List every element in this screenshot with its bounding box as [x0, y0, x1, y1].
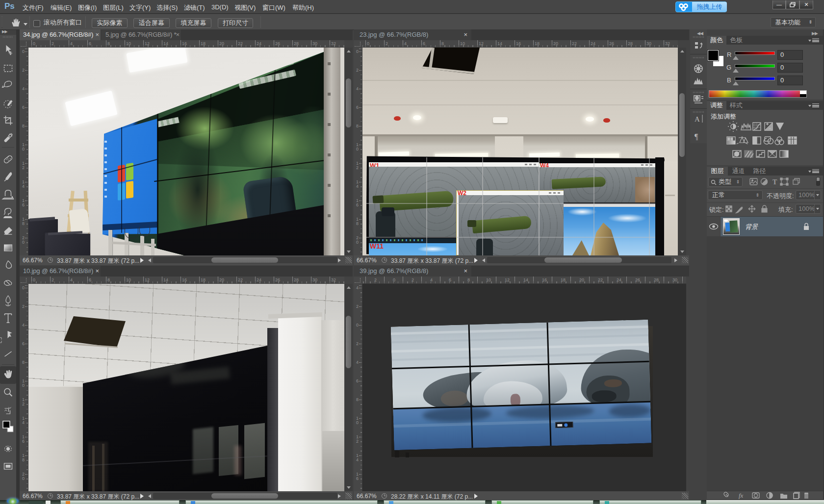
svg-text:A: A	[695, 115, 700, 123]
svg-text:T: T	[772, 178, 777, 186]
svg-text:fx: fx	[739, 492, 744, 499]
svg-text:¶: ¶	[695, 132, 698, 141]
